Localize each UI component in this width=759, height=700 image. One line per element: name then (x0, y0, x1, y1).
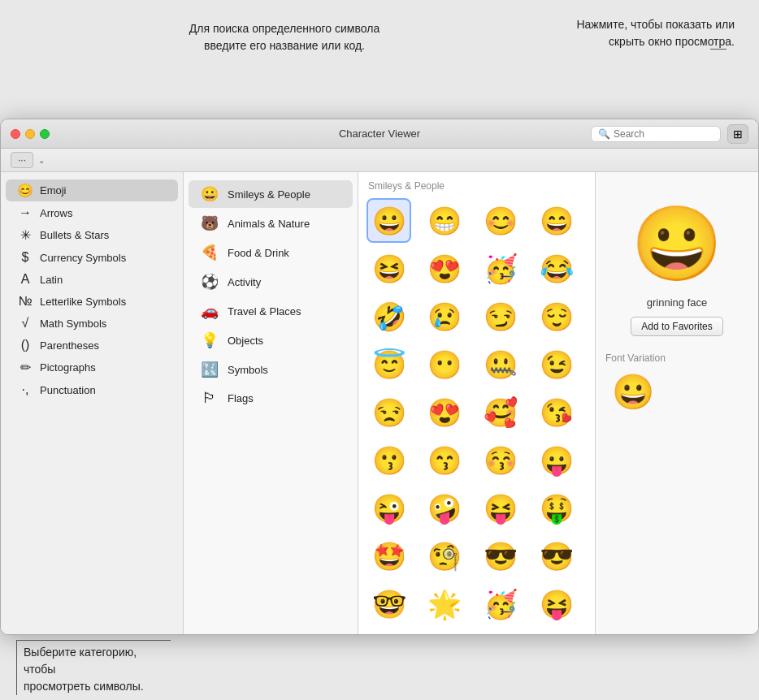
sidebar-item-picto[interactable]: ✏ Pictographs (6, 356, 178, 378)
maximize-button[interactable] (40, 129, 50, 139)
sidebar-item-emoji[interactable]: 😊 Emoji (6, 179, 178, 201)
middle-item-animals[interactable]: 🐻 Animals & Nature (189, 210, 353, 237)
emoji-cell[interactable]: 😝 (534, 581, 579, 626)
sidebar-item-label: Pictographs (40, 361, 96, 374)
search-box[interactable]: 🔍 (591, 126, 721, 142)
middle-item-label: Symbols (228, 364, 268, 376)
emoji-cell[interactable]: 😀 (366, 198, 411, 243)
sidebar-item-label: Latin (40, 274, 63, 286)
emoji-cell[interactable]: 😊 (479, 198, 523, 243)
middle-item-smileys[interactable]: 😀 Smileys & People (189, 180, 353, 208)
grid-view-button[interactable]: ⊞ (727, 124, 748, 144)
sidebar-item-math[interactable]: √ Math Symbols (6, 313, 178, 334)
right-panel: 😀 grinning face Add to Favorites Font Va… (596, 172, 758, 634)
annotation-bottom-left: Выберите категорию, чтобы просмотреть си… (16, 640, 171, 695)
sidebar-item-label: Parentheses (40, 339, 99, 352)
letterlike-icon: № (17, 294, 33, 309)
emoji-cell[interactable]: 😄 (534, 198, 579, 243)
middle-item-label: Animals & Nature (228, 218, 310, 230)
sidebar-item-label: Bullets & Stars (40, 229, 109, 241)
emoji-cell[interactable]: 🌟 (423, 581, 467, 626)
middle-item-food[interactable]: 🍕 Food & Drink (189, 239, 353, 266)
emoji-cell[interactable]: 😌 (534, 294, 579, 339)
middle-item-travel[interactable]: 🚗 Travel & Places (189, 297, 353, 325)
emoji-cell[interactable]: 🤣 (366, 294, 411, 339)
emoji-cell[interactable]: 😂 (534, 246, 579, 291)
emoji-cell[interactable]: 😆 (366, 246, 411, 291)
sidebar-item-bullets[interactable]: ✳ Bullets & Stars (6, 224, 178, 246)
character-viewer-window: Character Viewer 🔍 ⊞ ··· ⌄ 😊 Emoji → Arr… (0, 119, 759, 635)
emoji-cell[interactable]: 🧐 (423, 534, 467, 578)
emoji-cell[interactable]: 😉 (534, 342, 579, 387)
emoji-cell[interactable]: 😗 (366, 438, 411, 482)
emoji-cell[interactable]: 😎 (479, 534, 523, 578)
emoji-cell[interactable]: 😏 (479, 294, 523, 339)
annotations-area: Нажмите, чтобы показать или скрыть окно … (0, 16, 759, 114)
middle-item-objects[interactable]: 💡 Objects (189, 326, 353, 354)
objects-icon: 💡 (200, 331, 219, 349)
emoji-cell[interactable]: 🤑 (534, 486, 579, 530)
middle-item-activity[interactable]: ⚽ Activity (189, 268, 353, 296)
minimize-button[interactable] (25, 129, 35, 139)
emoji-cell[interactable]: 😁 (423, 198, 467, 243)
emoji-grid: 😀😁😊😄😆😍🥳😂🤣😢😏😌😇😶🤐😉😒😍🥰😘😗😙😚😛😜🤪😝🤑🤩🧐😎😎🤓🌟🥳😝 (366, 198, 587, 626)
emoji-cell[interactable]: 😇 (366, 342, 411, 387)
emoji-cell[interactable]: 😍 (423, 390, 467, 434)
emoji-cell[interactable]: 😜 (366, 486, 411, 530)
toolbar-row: ··· ⌄ (1, 149, 758, 172)
emoji-cell[interactable]: 😶 (423, 342, 467, 387)
emoji-cell[interactable]: 🤩 (366, 534, 411, 578)
emoji-cell[interactable]: 😝 (479, 486, 523, 530)
emoji-cell[interactable]: 😍 (423, 246, 467, 291)
emoji-cell[interactable]: 😚 (479, 438, 523, 482)
sidebar-item-label: Arrows (40, 207, 72, 219)
search-input[interactable] (614, 128, 711, 140)
font-variation-title: Font Variation (605, 352, 666, 364)
search-icon: 🔍 (598, 128, 610, 140)
picto-icon: ✏ (17, 360, 33, 375)
emoji-cell[interactable]: 😒 (366, 390, 411, 434)
middle-item-label: Objects (228, 335, 263, 347)
sidebar-item-currency[interactable]: $ Currency Symbols (6, 247, 178, 268)
emoji-icon: 😊 (17, 183, 33, 198)
add-to-favorites-button[interactable]: Add to Favorites (631, 317, 722, 336)
emoji-preview: 😀 (631, 201, 722, 287)
activity-icon: ⚽ (200, 273, 219, 291)
emoji-cell[interactable]: 🤐 (479, 342, 523, 387)
window-title: Character Viewer (339, 127, 420, 140)
middle-item-label: Flags (228, 392, 254, 404)
sidebar-item-arrows[interactable]: → Arrows (6, 202, 178, 223)
emoji-cell[interactable]: 🤓 (366, 581, 411, 626)
middle-item-symbols[interactable]: 🔣 Symbols (189, 356, 353, 383)
emoji-cell[interactable]: 🤪 (423, 486, 467, 530)
sidebar-item-label: Letterlike Symbols (40, 296, 126, 308)
arrows-icon: → (17, 205, 33, 220)
travel-icon: 🚗 (200, 302, 219, 320)
flags-icon: 🏳 (200, 390, 219, 407)
middle-item-label: Activity (228, 276, 261, 288)
section-title: Smileys & People (366, 180, 587, 192)
emoji-cell[interactable]: 😢 (423, 294, 467, 339)
sidebar-item-label: Emoji (40, 184, 67, 197)
emoji-cell[interactable]: 🥳 (479, 581, 523, 626)
emoji-cell[interactable]: 😛 (534, 438, 579, 482)
sidebar-item-parens[interactable]: () Parentheses (6, 335, 178, 356)
more-options-button[interactable]: ··· (11, 152, 33, 168)
chevron-button[interactable]: ⌄ (38, 156, 45, 165)
emoji-cell[interactable]: 🥰 (479, 390, 523, 434)
sidebar-item-punct[interactable]: ·, Punctuation (6, 379, 178, 400)
sidebar-item-latin[interactable]: A Latin (6, 269, 178, 290)
emoji-cell[interactable]: 😎 (534, 534, 579, 578)
sidebar-item-label: Punctuation (40, 384, 96, 396)
bullets-icon: ✳ (17, 227, 33, 243)
emoji-cell[interactable]: 😘 (534, 390, 579, 434)
close-button[interactable] (11, 129, 20, 139)
middle-sidebar: 😀 Smileys & People 🐻 Animals & Nature 🍕 … (184, 172, 358, 634)
emoji-cell[interactable]: 😙 (423, 438, 467, 482)
emoji-grid-area: Smileys & People 😀😁😊😄😆😍🥳😂🤣😢😏😌😇😶🤐😉😒😍🥰😘😗😙😚… (358, 172, 596, 634)
middle-item-flags[interactable]: 🏳 Flags (189, 385, 353, 412)
sidebar-item-letterlike[interactable]: № Letterlike Symbols (6, 291, 178, 312)
parens-icon: () (17, 338, 33, 352)
emoji-cell[interactable]: 🥳 (479, 246, 523, 291)
middle-item-label: Smileys & People (228, 188, 310, 201)
